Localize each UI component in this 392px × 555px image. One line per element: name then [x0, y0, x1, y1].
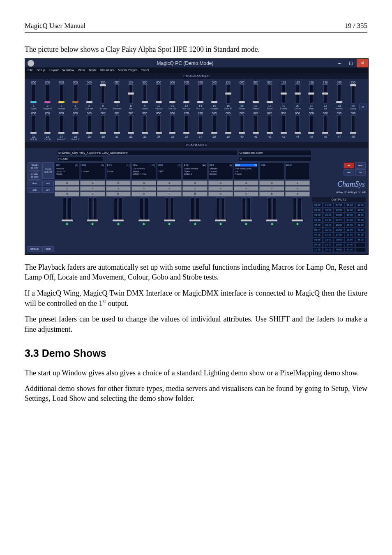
menu-tools[interactable]: Tools	[88, 68, 96, 73]
preset-fader[interactable]: 00011Rot Go	[166, 81, 179, 110]
preset-fader[interactable]: 00044	[291, 111, 304, 141]
playback-slot[interactable]: PB2(1) Locate	[80, 162, 105, 180]
preset-fader[interactable]: 0009Fixed	[138, 81, 151, 110]
preset-fader[interactable]: 00041	[250, 111, 262, 141]
menu-media player[interactable]: Media Player	[118, 68, 137, 73]
playback-fader[interactable]	[234, 197, 258, 252]
preset-fader[interactable]: 00025P/T Ti	[28, 111, 40, 141]
pb-go-button[interactable]: >	[208, 186, 233, 191]
pb-go-button[interactable]: >	[106, 186, 131, 191]
save-show-button[interactable]: SAVE SHOW	[28, 162, 42, 171]
pb-go-button[interactable]: >	[131, 186, 156, 191]
playback-fader[interactable]	[208, 197, 233, 252]
menu-panel[interactable]: Panel	[141, 68, 149, 73]
preset-fader[interactable]: 00040	[236, 111, 248, 141]
preset-fader[interactable]: 00048	[347, 111, 359, 141]
preset-fader[interactable]: 12615Disc R	[222, 81, 234, 110]
window-close-icon[interactable]: ✕	[357, 59, 368, 67]
dbo-button[interactable]: dbo	[28, 180, 42, 186]
preset-fader[interactable]: 00039	[222, 111, 234, 141]
dr-button[interactable]: dr	[359, 104, 367, 110]
pb-pause-button[interactable]: II	[208, 192, 233, 197]
pb-s-button[interactable]: S	[131, 180, 156, 185]
preset-fader[interactable]: 00026Col Ti	[42, 111, 54, 141]
rel-button[interactable]: rel	[344, 162, 354, 169]
playback-fader[interactable]	[55, 197, 79, 252]
playback-slot[interactable]: PB1(3)Macros Lamp on Reset	[55, 162, 79, 180]
pb-go-button[interactable]: >	[55, 186, 79, 191]
preset-fader[interactable]: 12820Zoom	[291, 81, 304, 110]
preset-fader[interactable]: 00027Beam T	[55, 111, 68, 141]
playback-slot[interactable]: PB9	[259, 162, 284, 180]
playback-slot[interactable]: PB4(15)Col wheels White White > Red	[131, 162, 156, 180]
menu-window[interactable]: Window	[62, 68, 74, 73]
pb-s-button[interactable]: S	[106, 180, 131, 185]
pb-s-button[interactable]: S	[285, 180, 310, 185]
playback-slot[interactable]: PB8(5)IrisFocusZoom Iris Focus	[234, 162, 258, 180]
pb-s-button[interactable]: S	[55, 180, 79, 185]
pb-go-button[interactable]: >	[259, 186, 284, 191]
preset-fader[interactable]: 00037	[194, 111, 207, 141]
playback-slot[interactable]: PB7(9)Shutter Closed Strobe	[208, 162, 233, 180]
preset-fader[interactable]: 00034	[152, 111, 165, 141]
pb-go-button[interactable]: >	[80, 186, 105, 191]
menu-layout[interactable]: Layout	[49, 68, 59, 73]
preset-fader[interactable]: 00014Graphi	[208, 81, 220, 110]
preset-fader[interactable]: 00012Rot Go	[180, 81, 193, 110]
pb-pause-button[interactable]: II	[80, 192, 105, 197]
preset-fader[interactable]: 00032	[125, 111, 137, 141]
preset-fader[interactable]: 00031	[111, 111, 123, 141]
pb-s-button[interactable]: S	[208, 180, 233, 185]
preset-fader[interactable]: 00010Rot Go	[152, 81, 165, 110]
preset-fader[interactable]: 0004CTO	[69, 81, 81, 110]
menubar[interactable]: FileSetupLayoutWindowViewToolsVisualiser…	[25, 67, 368, 73]
preset-fader[interactable]: 00033	[138, 111, 151, 141]
pb-go-button[interactable]: >	[285, 186, 310, 191]
preset-fader[interactable]: 00035	[166, 111, 179, 141]
pb-pause-button[interactable]: II	[106, 192, 131, 197]
pb-pause-button[interactable]: II	[259, 192, 284, 197]
rec-button[interactable]: rec	[355, 169, 366, 176]
rem-button[interactable]: rem	[355, 162, 366, 169]
playback-slot[interactable]: PB5(1) CMY	[157, 162, 182, 180]
pb-pause-button[interactable]: II	[55, 192, 79, 197]
preset-fader[interactable]: 00016Prism	[236, 81, 248, 110]
preset-fader[interactable]: 00028Gobo T	[69, 111, 81, 141]
preset-fader[interactable]: 00043	[277, 111, 290, 141]
pb-pause-button[interactable]: II	[285, 192, 310, 197]
preset-fader[interactable]: 00018Frost	[264, 81, 276, 110]
pb-go-button[interactable]: >	[157, 186, 182, 191]
pb-s-button[interactable]: S	[234, 180, 258, 185]
preset-fader[interactable]: 12822Tilt	[319, 81, 332, 110]
shft-button[interactable]: shft	[28, 187, 42, 193]
pb-s-button[interactable]: S	[80, 180, 105, 185]
playback-slot[interactable]: PB6(44)Gobo wheels Open Gobo 1	[182, 162, 207, 180]
pb-s-button[interactable]: S	[259, 180, 284, 185]
playback-slot[interactable]: PB3(1) Circle	[106, 162, 131, 180]
preset-fader[interactable]: 00038	[208, 111, 220, 141]
playback-fader[interactable]	[131, 197, 156, 252]
preset-fader[interactable]: 00030	[97, 111, 109, 141]
playback-fader[interactable]	[259, 197, 284, 252]
playback-fader[interactable]	[157, 197, 182, 252]
preset-fader[interactable]: 00045	[305, 111, 318, 141]
set-button[interactable]: set	[344, 169, 354, 176]
preset-fader[interactable]: 0002Magent	[42, 81, 54, 110]
preset-fader[interactable]: 1298Iris	[125, 81, 137, 110]
nxt-button[interactable]: nxt	[42, 180, 54, 186]
menu-view[interactable]: View	[78, 68, 85, 73]
preset-fader[interactable]: 12819Focus	[277, 81, 290, 110]
playback-fader[interactable]	[182, 197, 207, 252]
preset-fader[interactable]: 00047	[333, 111, 346, 141]
prv-button[interactable]: prv	[42, 187, 54, 193]
pb-pause-button[interactable]: II	[182, 192, 207, 197]
preset-fader[interactable]: 2556Strobe	[97, 81, 109, 110]
page-add-label[interactable]: P1 Add	[57, 156, 103, 162]
pb-pause-button[interactable]: II	[131, 192, 156, 197]
preset-fader[interactable]: 00036	[180, 111, 193, 141]
playback-slot[interactable]: PB10	[285, 162, 310, 180]
preset-fader[interactable]: 0001Cyan	[28, 81, 40, 110]
preset-fader[interactable]: 0003Yellow	[55, 81, 68, 110]
preset-fader[interactable]: 00029	[83, 111, 95, 141]
preset-fader[interactable]: 25524Lamp	[347, 81, 359, 110]
